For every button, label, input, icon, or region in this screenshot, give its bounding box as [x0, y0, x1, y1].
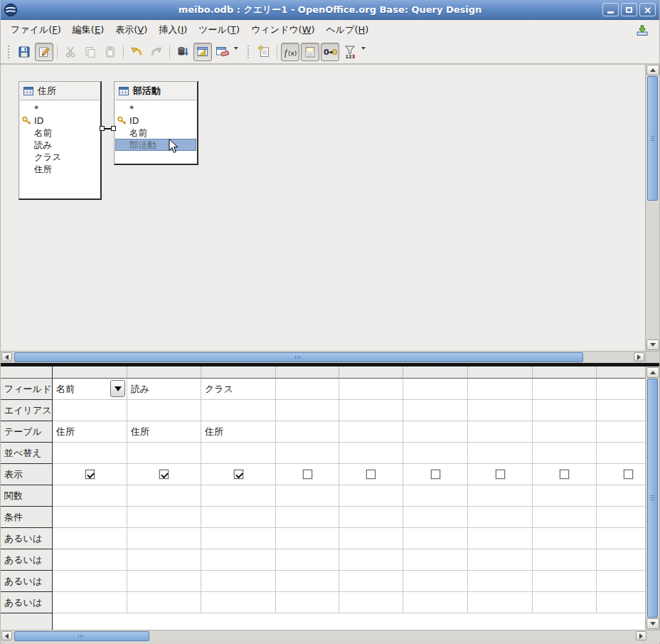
grid-or-cell[interactable] — [597, 571, 645, 592]
table-field-item[interactable]: 住所 — [20, 163, 100, 175]
grid-or-cell[interactable] — [403, 549, 468, 571]
grid-or-cell[interactable] — [403, 571, 468, 592]
grid-vscrollbar[interactable] — [645, 366, 659, 630]
grid-function-cell[interactable] — [597, 485, 645, 507]
table-field-item[interactable]: 読み — [20, 139, 100, 151]
grid-table-cell[interactable] — [533, 421, 597, 443]
grid-or-cell[interactable] — [276, 571, 339, 592]
grid-field-cell[interactable]: 名前 — [53, 379, 127, 400]
grid-or-cell[interactable] — [53, 528, 127, 549]
visible-checkbox-cell[interactable] — [403, 464, 468, 485]
grid-or-cell[interactable] — [201, 549, 276, 571]
scroll-thumb[interactable] — [14, 631, 149, 641]
scroll-thumb[interactable] — [647, 76, 658, 201]
scroll-track[interactable] — [14, 630, 635, 642]
grid-table-cell[interactable]: 住所 — [201, 421, 276, 443]
grid-field-cell[interactable] — [533, 379, 597, 400]
grid-or-cell[interactable] — [53, 571, 127, 592]
scroll-thumb[interactable] — [647, 379, 658, 618]
toolbar-overflow-button[interactable] — [361, 50, 366, 60]
grid-or-cell[interactable] — [127, 592, 201, 613]
grid-field-cell[interactable] — [276, 379, 339, 400]
grid-or-cell[interactable] — [533, 549, 597, 571]
scroll-up-button[interactable] — [646, 65, 659, 75]
grid-or-cell[interactable] — [403, 528, 468, 549]
grid-criterion-cell[interactable] — [468, 507, 533, 528]
grid-function-cell[interactable] — [533, 485, 597, 507]
query-design-canvas[interactable]: 住所 *ID名前読みクラス住所 部活動 *ID名前部活動 — [1, 64, 645, 351]
grid-field-cell[interactable] — [339, 379, 403, 400]
table-field-item[interactable]: 名前 — [115, 127, 196, 139]
menu-item[interactable]: 表示(V) — [110, 21, 153, 39]
scroll-track[interactable] — [14, 352, 632, 363]
toolbar-overflow-button[interactable] — [234, 50, 238, 60]
grid-or-cell[interactable] — [339, 571, 403, 592]
grid-column-header[interactable] — [597, 366, 645, 379]
checkbox-unchecked[interactable] — [303, 470, 312, 479]
grid-column-header[interactable] — [403, 366, 468, 379]
grid-or-cell[interactable] — [276, 528, 339, 549]
run-query-button[interactable] — [174, 43, 192, 61]
grid-sort-cell[interactable] — [276, 443, 339, 464]
minimize-button[interactable] — [602, 3, 619, 16]
grid-or-cell[interactable] — [533, 592, 597, 613]
design-vscrollbar[interactable] — [645, 64, 659, 351]
grid-alias-cell[interactable] — [597, 400, 645, 421]
menu-item[interactable]: ツール(T) — [193, 21, 245, 39]
toolbar-grip[interactable] — [7, 45, 11, 59]
field-dropdown-button[interactable] — [110, 380, 125, 397]
alias-button[interactable]: 0 0 — [321, 43, 339, 61]
grid-corner-header[interactable] — [1, 366, 53, 379]
grid-function-cell[interactable] — [339, 485, 403, 507]
menu-item[interactable]: 挿入(I) — [153, 21, 193, 39]
grid-sort-cell[interactable] — [201, 443, 276, 464]
join-connector[interactable] — [100, 126, 117, 133]
grid-alias-cell[interactable] — [53, 400, 127, 421]
visible-checkbox-cell[interactable] — [127, 464, 201, 485]
table-panel[interactable]: 住所 *ID名前読みクラス住所 — [18, 81, 102, 200]
grid-criterion-cell[interactable] — [339, 507, 403, 528]
grid-sort-cell[interactable] — [403, 443, 468, 464]
save-button[interactable] — [15, 43, 33, 61]
grid-or-cell[interactable] — [339, 592, 403, 613]
grid-or-cell[interactable] — [468, 571, 533, 592]
grid-alias-cell[interactable] — [276, 400, 339, 421]
grid-hscrollbar[interactable] — [1, 630, 660, 642]
grid-or-cell[interactable] — [53, 549, 127, 571]
table-field-item[interactable]: 部活動 — [115, 139, 196, 151]
grid-criterion-cell[interactable] — [201, 507, 276, 528]
scroll-left-button[interactable] — [1, 631, 12, 640]
grid-function-cell[interactable] — [127, 485, 201, 507]
grid-table-cell[interactable] — [468, 421, 533, 443]
grid-or-cell[interactable] — [276, 592, 339, 613]
visible-checkbox-cell[interactable] — [201, 464, 276, 485]
table-field-item[interactable]: クラス — [20, 151, 100, 163]
grid-sort-cell[interactable] — [339, 443, 403, 464]
design-grid[interactable]: フィールド名前読みクラスエイリアステーブル住所住所住所並べ替え表示関数条件あるい… — [1, 366, 645, 630]
grid-or-cell[interactable] — [201, 528, 276, 549]
grid-table-cell[interactable] — [276, 421, 339, 443]
grid-function-cell[interactable] — [468, 485, 533, 507]
visible-checkbox-cell[interactable] — [276, 464, 339, 485]
scroll-track[interactable] — [647, 76, 658, 339]
visible-checkbox-cell[interactable] — [339, 464, 403, 485]
grid-table-cell[interactable]: 住所 — [53, 421, 127, 443]
checkbox-unchecked[interactable] — [624, 470, 633, 479]
scroll-right-button[interactable] — [634, 352, 644, 361]
scroll-right-button[interactable] — [636, 631, 646, 640]
grid-column-header[interactable] — [201, 366, 276, 379]
grid-field-cell[interactable]: 読み — [127, 379, 201, 400]
grid-column-header[interactable] — [339, 366, 403, 379]
grid-or-cell[interactable] — [533, 528, 597, 549]
grid-sort-cell[interactable] — [53, 443, 127, 464]
scroll-down-button[interactable] — [646, 339, 659, 350]
maximize-button[interactable] — [621, 3, 637, 16]
visible-checkbox-cell[interactable] — [597, 464, 645, 485]
grid-alias-cell[interactable] — [339, 400, 403, 421]
functions-button[interactable]: f (x) — [281, 43, 299, 61]
table-panel[interactable]: 部活動 *ID名前部活動 — [114, 81, 198, 165]
scroll-track[interactable] — [647, 379, 658, 618]
design-hscrollbar[interactable] — [1, 351, 659, 363]
grid-or-cell[interactable] — [339, 528, 403, 549]
edit-button[interactable] — [35, 43, 53, 61]
